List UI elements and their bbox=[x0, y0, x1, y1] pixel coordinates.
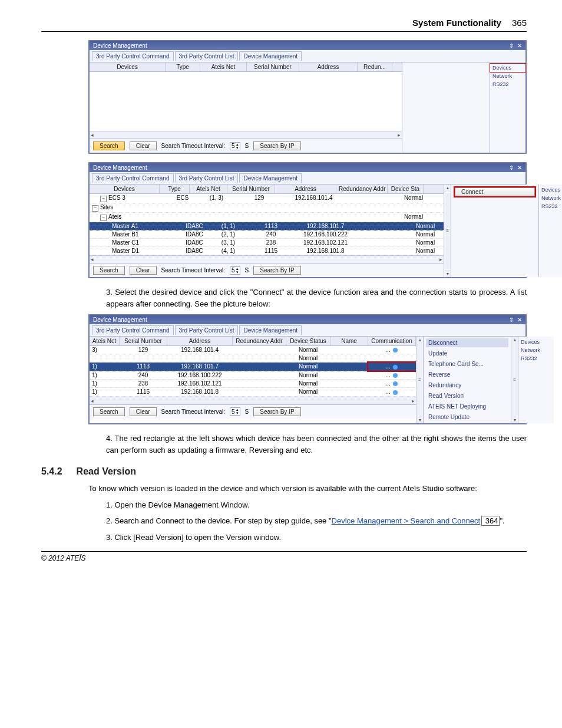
clear-button[interactable]: Clear bbox=[130, 266, 157, 275]
table-row[interactable]: 1)238192.168.102.121Normal... bbox=[90, 380, 416, 388]
vertical-scrollbar[interactable]: ▴≡▾ bbox=[444, 185, 451, 277]
sidebar: Devices Network RS232 bbox=[490, 62, 525, 153]
col-redundancy[interactable]: Redundancy Addr bbox=[233, 337, 286, 345]
table-row[interactable]: Master C1IDA8C(3, 1)238192.168.102.121No… bbox=[90, 239, 444, 247]
panel-title: Device Management bbox=[93, 164, 147, 171]
tab-3rdparty-list[interactable]: 3rd Party Control List bbox=[175, 51, 239, 61]
col-ateisnet[interactable]: Ateis Net bbox=[200, 62, 247, 71]
search-by-ip-button[interactable]: Search By IP bbox=[253, 266, 300, 275]
actions-scrollbar[interactable]: ▴≡▾ bbox=[511, 337, 518, 423]
col-address[interactable]: Address bbox=[275, 185, 336, 193]
close-icon[interactable]: ✕ bbox=[517, 317, 522, 323]
sidebar-item-devices[interactable]: Devices bbox=[518, 338, 554, 346]
tab-3rdparty-command[interactable]: 3rd Party Control Command bbox=[92, 51, 174, 61]
col-status[interactable]: Device Status bbox=[286, 337, 330, 345]
timeout-label: Search Timeout Interval: bbox=[161, 409, 225, 415]
sidebar-item-devices[interactable]: Devices bbox=[490, 64, 525, 72]
action-reverse[interactable]: Reverse bbox=[426, 370, 508, 379]
timeout-spinner[interactable]: 5 ▴▾ bbox=[230, 142, 240, 150]
sidebar-item-network[interactable]: Network bbox=[490, 72, 525, 80]
tab-3rdparty-list[interactable]: 3rd Party Control List bbox=[175, 325, 239, 335]
table-row[interactable]: −AteisNormal bbox=[90, 213, 444, 222]
action-disconnect[interactable]: Disconnect bbox=[426, 338, 508, 347]
action-update[interactable]: Update bbox=[426, 349, 508, 358]
vertical-scrollbar[interactable]: ▴≡▾ bbox=[416, 337, 423, 423]
clear-button[interactable]: Clear bbox=[130, 407, 157, 416]
table-row[interactable]: Normal bbox=[90, 354, 416, 363]
tab-device-management[interactable]: Device Management bbox=[239, 173, 302, 183]
tab-3rdparty-command[interactable]: 3rd Party Control Command bbox=[92, 173, 174, 183]
device-management-panel-search: Device Management ⇕✕ 3rd Party Control C… bbox=[88, 162, 527, 278]
table-row[interactable]: 1)1115192.168.101.8Normal... bbox=[90, 388, 416, 396]
timeout-unit: S bbox=[245, 409, 249, 415]
col-address[interactable]: Address bbox=[167, 337, 233, 345]
action-redundancy[interactable]: Redundancy bbox=[426, 381, 508, 390]
function-area bbox=[402, 62, 490, 153]
table-row[interactable]: Master B1IDA8C(2, 1)240192.168.100.222No… bbox=[90, 230, 444, 239]
connect-button[interactable]: Connect bbox=[455, 187, 535, 196]
search-by-ip-button[interactable]: Search By IP bbox=[253, 141, 300, 150]
col-devices[interactable]: Devices bbox=[90, 62, 166, 71]
sidebar-item-devices[interactable]: Devices bbox=[539, 186, 562, 194]
table-row[interactable]: 1)1113192.168.101.7Normal... bbox=[90, 363, 416, 371]
sidebar-item-rs232[interactable]: RS232 bbox=[518, 354, 554, 363]
table-row[interactable]: Master D1IDA8C(4, 1)1115192.168.101.8Nor… bbox=[90, 247, 444, 255]
horizontal-scrollbar[interactable]: ◂▸ bbox=[90, 255, 444, 263]
panel-title: Device Management bbox=[93, 317, 147, 323]
col-ateisnet[interactable]: Ateis Net bbox=[190, 185, 227, 193]
search-button[interactable]: Search bbox=[93, 266, 125, 275]
action-telephone-card-se-[interactable]: Telephone Card Se... bbox=[426, 360, 508, 368]
timeout-spinner[interactable]: 5▴▾ bbox=[230, 266, 240, 275]
col-ateisnet[interactable]: Ateis Net bbox=[90, 337, 120, 345]
search-button[interactable]: Search bbox=[93, 141, 125, 150]
close-icon[interactable]: ✕ bbox=[517, 164, 522, 171]
tab-device-management[interactable]: Device Management bbox=[239, 325, 302, 335]
action-remote-update[interactable]: Remote Update bbox=[426, 413, 508, 421]
table-row[interactable]: 3)129192.168.101.4Normal... bbox=[90, 346, 416, 354]
table-row[interactable]: −Sites bbox=[90, 203, 444, 213]
grid-header-row: Devices Type Ateis Net Serial Number Add… bbox=[90, 185, 444, 194]
tab-3rdparty-command[interactable]: 3rd Party Control Command bbox=[92, 325, 174, 335]
timeout-unit: S bbox=[245, 267, 249, 274]
horizontal-scrollbar[interactable]: ◂▸ bbox=[90, 397, 416, 404]
col-name[interactable]: Name bbox=[330, 337, 368, 345]
action-ateis-net-deploying[interactable]: ATEIS NET Deploying bbox=[426, 402, 508, 411]
read-version-step-3: 3. Click [Read Version] to open the Vers… bbox=[106, 532, 527, 543]
search-connect-link[interactable]: Device Management > Search and Connect bbox=[332, 516, 481, 525]
col-address[interactable]: Address bbox=[299, 62, 358, 71]
sidebar-item-network[interactable]: Network bbox=[539, 194, 562, 202]
tab-device-management[interactable]: Device Management bbox=[239, 51, 302, 61]
timeout-label: Search Timeout Interval: bbox=[161, 143, 225, 149]
sidebar-item-rs232[interactable]: RS232 bbox=[490, 80, 525, 88]
col-type[interactable]: Type bbox=[160, 185, 190, 193]
col-redundancy[interactable]: Redundancy Addr bbox=[336, 185, 388, 193]
clear-button[interactable]: Clear bbox=[130, 141, 157, 150]
svg-point-1 bbox=[393, 365, 398, 370]
device-management-panel-connected: Device Management ⇕✕ 3rd Party Control C… bbox=[88, 314, 527, 424]
tab-3rdparty-list[interactable]: 3rd Party Control List bbox=[175, 173, 239, 183]
col-type[interactable]: Type bbox=[166, 62, 200, 71]
col-redun[interactable]: Redun... bbox=[358, 62, 392, 71]
pin-icon[interactable]: ⇕ bbox=[509, 42, 514, 49]
col-communication[interactable]: Communication bbox=[368, 337, 416, 345]
col-status[interactable]: Device Sta bbox=[388, 185, 424, 193]
action-read-version[interactable]: Read Version bbox=[426, 391, 508, 400]
pin-icon[interactable]: ⇕ bbox=[509, 164, 514, 171]
horizontal-scrollbar[interactable]: ◂▸ bbox=[90, 131, 402, 139]
search-button[interactable]: Search bbox=[93, 407, 125, 416]
col-serial[interactable]: Serial Number bbox=[120, 337, 167, 345]
search-by-ip-button[interactable]: Search By IP bbox=[253, 407, 300, 416]
col-serial[interactable]: Serial Number bbox=[247, 62, 299, 71]
table-row[interactable]: Master A1IDA8C(1, 1)1113192.168.101.7Nor… bbox=[90, 222, 444, 230]
pin-icon[interactable]: ⇕ bbox=[509, 317, 514, 323]
sidebar-item-network[interactable]: Network bbox=[518, 346, 554, 354]
col-serial[interactable]: Serial Number bbox=[227, 185, 275, 193]
col-devices[interactable]: Devices bbox=[90, 185, 160, 193]
timeout-spinner[interactable]: 5▴▾ bbox=[230, 407, 240, 416]
read-version-step-2: 2. Search and Connect to the device. For… bbox=[106, 515, 527, 527]
table-row[interactable]: −ECS 3ECS(1, 3)129192.168.101.4Normal bbox=[90, 194, 444, 203]
close-icon[interactable]: ✕ bbox=[517, 42, 522, 49]
page-header: System Functionality 365 bbox=[41, 18, 527, 32]
sidebar-item-rs232[interactable]: RS232 bbox=[539, 202, 562, 210]
table-row[interactable]: 1)240192.168.100.222Normal... bbox=[90, 371, 416, 380]
